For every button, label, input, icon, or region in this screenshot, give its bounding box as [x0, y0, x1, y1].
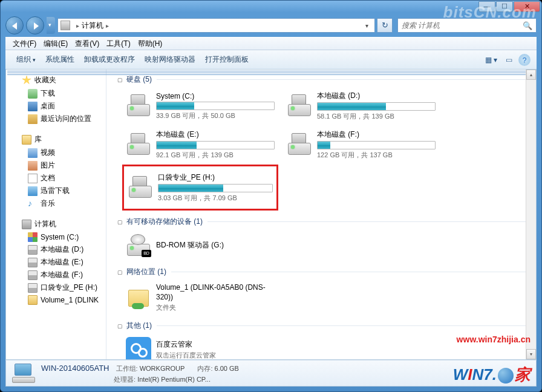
drive-icon — [28, 245, 38, 255]
sidebar-item-drive-h[interactable]: 口袋专业_PE (H:) — [6, 281, 106, 294]
sidebar-libraries-header[interactable]: 库 — [6, 132, 106, 146]
help-button[interactable]: ? — [518, 54, 531, 66]
preview-pane-button[interactable]: ▭ — [501, 53, 517, 67]
sidebar-item-thunder[interactable]: 迅雷下载 — [6, 185, 106, 197]
search-box[interactable]: 🔍 — [397, 18, 537, 33]
drive-tile[interactable]: 口袋专业_PE (H:)3.03 GB 可用，共 7.09 GB — [122, 165, 278, 211]
drive-usage-bar — [158, 184, 273, 192]
address-bar[interactable]: ▸ 计算机 ▸ ▾ — [57, 18, 375, 33]
drive-usage-bar — [156, 141, 275, 149]
drive-tile-baidu[interactable]: 百度云管家 双击运行百度云管家 — [122, 335, 278, 359]
sidebar-item-recent[interactable]: 最近访问的位置 — [6, 113, 106, 125]
scrollbar[interactable]: ▴ ▾ — [526, 70, 536, 359]
system-properties-button[interactable]: 系统属性 — [41, 52, 79, 67]
refresh-button[interactable]: ↻ — [377, 18, 393, 33]
drive-stats: 92.1 GB 可用，共 139 GB — [156, 151, 275, 160]
document-icon — [28, 174, 38, 183]
download-icon — [28, 89, 38, 99]
control-panel-button[interactable]: 打开控制面板 — [200, 52, 253, 67]
video-icon — [28, 148, 38, 158]
breadcrumb-computer[interactable]: 计算机 — [82, 21, 103, 31]
hdd-drive-grid: System (C:)33.9 GB 可用，共 50.0 GB本地磁盘 (D:)… — [106, 88, 536, 214]
drive-tile[interactable]: System (C:)33.9 GB 可用，共 50.0 GB — [122, 88, 278, 123]
hdd-icon — [287, 132, 312, 157]
menu-tools[interactable]: 工具(T) — [103, 39, 134, 49]
forward-button[interactable] — [26, 16, 44, 34]
titlebar: — ☐ ✕ — [1, 1, 541, 15]
maximize-button[interactable]: ☐ — [496, 1, 513, 12]
sidebar-item-downloads[interactable]: 下载 — [6, 87, 106, 100]
section-header-network[interactable]: ▢ 网络位置 (1) — [106, 264, 536, 281]
drive-name: 本地磁盘 (E:) — [156, 129, 275, 140]
drive-stats: 58.1 GB 可用，共 139 GB — [317, 112, 436, 121]
drive-icon — [28, 283, 38, 293]
menu-bar: 文件(F) 编辑(E) 查看(V) 工具(T) 帮助(H) — [5, 37, 537, 50]
collapse-icon: ▢ — [117, 77, 123, 83]
organize-button[interactable]: 组织 — [11, 52, 41, 67]
network-folder-icon — [126, 285, 151, 310]
drive-tile[interactable]: 本地磁盘 (F:)122 GB 可用，共 137 GB — [283, 127, 439, 162]
recent-icon — [28, 114, 38, 124]
navigation-pane: 收藏夹 下载 桌面 最近访问的位置 库 视频 图片 文档 迅雷下载 ♪音乐 — [6, 70, 106, 359]
back-button[interactable] — [5, 16, 24, 34]
drive-name: 本地磁盘 (D:) — [317, 91, 436, 101]
sidebar-item-drive-f[interactable]: 本地磁盘 (F:) — [6, 269, 106, 281]
menu-edit[interactable]: 编辑(E) — [40, 39, 71, 49]
drive-tile-network-volume[interactable]: Volume_1 (DLINK-0A5AB0 (DNS-320)) 文件夹 — [122, 281, 278, 315]
close-button[interactable]: ✕ — [514, 1, 540, 12]
drive-stats: 122 GB 可用，共 137 GB — [317, 151, 436, 160]
sidebar-item-drive-e[interactable]: 本地磁盘 (E:) — [6, 256, 106, 269]
network-grid: Volume_1 (DLINK-0A5AB0 (DNS-320)) 文件夹 — [106, 281, 536, 318]
sidebar-item-videos[interactable]: 视频 — [6, 146, 106, 159]
map-drive-button[interactable]: 映射网络驱动器 — [140, 52, 200, 67]
drive-tile[interactable]: 本地磁盘 (D:)58.1 GB 可用，共 139 GB — [283, 88, 439, 123]
nav-bar: ▸ 计算机 ▸ ▾ ↻ 🔍 — [5, 15, 537, 36]
drive-icon — [28, 270, 38, 280]
search-input[interactable] — [402, 21, 523, 30]
other-grid: 百度云管家 双击运行百度云管家 — [106, 335, 536, 359]
main-pane: ▢ 硬盘 (5) System (C:)33.9 GB 可用，共 50.0 GB… — [106, 70, 536, 359]
section-header-other[interactable]: ▢ 其他 (1) — [106, 318, 536, 335]
sidebar-label: 计算机 — [34, 219, 56, 229]
menu-help[interactable]: 帮助(H) — [134, 39, 166, 49]
sidebar-item-drive-d[interactable]: 本地磁盘 (D:) — [6, 243, 106, 256]
minimize-button[interactable]: — — [478, 1, 495, 12]
sidebar-item-volume1[interactable]: Volume_1 (DLINK — [6, 294, 106, 306]
history-dropdown[interactable] — [47, 17, 55, 34]
drive-usage-bar — [317, 102, 436, 111]
sidebar-item-music[interactable]: ♪音乐 — [6, 197, 106, 210]
uninstall-button[interactable]: 卸载或更改程序 — [79, 52, 140, 67]
search-icon[interactable]: 🔍 — [523, 21, 532, 30]
collapse-icon: ▢ — [117, 323, 123, 329]
thunder-icon — [28, 186, 38, 196]
scroll-up-button[interactable]: ▴ — [526, 70, 536, 80]
sidebar-item-drive-c[interactable]: System (C:) — [6, 231, 106, 243]
collapse-icon: ▢ — [117, 219, 123, 225]
address-dropdown[interactable]: ▾ — [361, 22, 372, 29]
sidebar-favorites-header[interactable]: 收藏夹 — [6, 73, 106, 87]
drive-tile-bd-rom[interactable]: BD BD-ROM 驱动器 (G:) — [122, 230, 278, 261]
chevron-right-icon[interactable]: ▸ — [106, 22, 109, 29]
sidebar-item-pictures[interactable]: 图片 — [6, 159, 106, 172]
hdd-icon — [126, 132, 151, 157]
drive-stats: 3.03 GB 可用，共 7.09 GB — [158, 194, 273, 203]
drive-usage-bar — [317, 141, 436, 149]
desktop-icon — [28, 102, 38, 111]
details-pane: WIN-20140605ATH 工作组: WORKGROUP 内存: 6.00 … — [5, 360, 537, 387]
sidebar-computer-header[interactable]: 计算机 — [6, 217, 106, 231]
sidebar-item-desktop[interactable]: 桌面 — [6, 100, 106, 113]
removable-grid: BD BD-ROM 驱动器 (G:) — [106, 230, 536, 264]
menu-view[interactable]: 查看(V) — [71, 39, 103, 49]
collapse-icon: ▢ — [117, 269, 123, 275]
computer-icon — [60, 21, 70, 30]
bd-rom-icon: BD — [126, 233, 151, 258]
section-header-hdd[interactable]: ▢ 硬盘 (5) — [106, 72, 536, 88]
hdd-icon — [126, 93, 151, 119]
scroll-down-button[interactable]: ▾ — [526, 349, 536, 359]
drive-tile[interactable]: 本地磁盘 (E:)92.1 GB 可用，共 139 GB — [122, 127, 278, 162]
drive-usage-bar — [156, 102, 275, 110]
section-header-removable[interactable]: ▢ 有可移动存储的设备 (1) — [106, 214, 536, 230]
sidebar-item-documents[interactable]: 文档 — [6, 172, 106, 185]
menu-file[interactable]: 文件(F) — [9, 39, 40, 49]
view-mode-button[interactable]: ▦ ▾ — [483, 53, 499, 67]
